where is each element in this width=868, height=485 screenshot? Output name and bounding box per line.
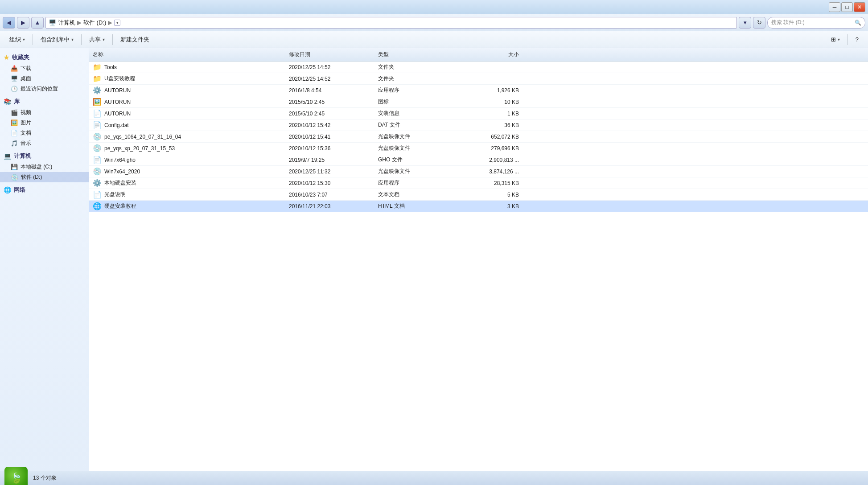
sidebar-item-recent[interactable]: 🕒 最近访问的位置: [0, 84, 89, 94]
share-dropdown-icon: ▾: [103, 37, 105, 42]
file-name: Config.dat: [104, 122, 129, 128]
sidebar-item-music[interactable]: 🎵 音乐: [0, 138, 89, 148]
file-name-cell: 💿 pe_yqs_xp_20_07_31_15_53: [89, 144, 285, 152]
file-size-cell: 3 KB: [455, 203, 526, 210]
sidebar: ★ 收藏夹 📥 下载 🖥️ 桌面 🕒 最近访问的位置 📚 库: [0, 48, 89, 471]
table-row[interactable]: 🖼️ AUTORUN 2015/5/10 2:45 图标 10 KB: [89, 96, 868, 108]
breadcrumb-dropdown[interactable]: ▾: [114, 20, 120, 26]
breadcrumb-item-computer[interactable]: 计算机: [58, 19, 75, 27]
table-row[interactable]: 📄 光盘说明 2016/10/23 7:07 文本文档 5 KB: [89, 189, 868, 201]
new-folder-label: 新建文件夹: [120, 36, 149, 44]
file-type-cell: 文件夹: [374, 63, 455, 71]
sidebar-item-docs[interactable]: 📄 文档: [0, 128, 89, 138]
table-row[interactable]: 📁 Tools 2020/12/25 14:52 文件夹: [89, 62, 868, 73]
sidebar-item-software-d[interactable]: 💿 软件 (D:): [0, 172, 89, 182]
toolbar: 组织 ▾ 包含到库中 ▾ 共享 ▾ 新建文件夹 ⊞ ▾ ?: [0, 31, 868, 48]
refresh-button[interactable]: ↻: [753, 17, 765, 29]
back-button[interactable]: ◀: [3, 17, 15, 29]
help-button[interactable]: ?: [851, 33, 864, 46]
sidebar-item-videos[interactable]: 🎬 视频: [0, 107, 89, 118]
organize-dropdown-icon: ▾: [23, 37, 25, 42]
sidebar-item-downloads[interactable]: 📥 下载: [0, 63, 89, 74]
help-icon: ?: [856, 36, 859, 43]
col-header-type[interactable]: 类型: [374, 50, 455, 59]
downloads-label: 下载: [21, 65, 31, 72]
table-row[interactable]: 💿 pe_yqs_xp_20_07_31_15_53 2020/10/12 15…: [89, 143, 868, 154]
sidebar-network-header[interactable]: 🌐 网络: [0, 184, 89, 196]
sidebar-library-header[interactable]: 📚 库: [0, 96, 89, 107]
file-date-cell: 2020/12/25 14:52: [285, 76, 374, 82]
up-button[interactable]: ▲: [31, 17, 44, 29]
sidebar-item-images[interactable]: 🖼️ 图片: [0, 118, 89, 128]
file-size-cell: 28,315 KB: [455, 180, 526, 186]
table-row[interactable]: ⚙️ AUTORUN 2016/1/8 4:54 应用程序 1,926 KB: [89, 85, 868, 96]
file-type-cell: 光盘映像文件: [374, 168, 455, 175]
file-icon: 📄: [93, 156, 102, 164]
include-library-button[interactable]: 包含到库中 ▾: [36, 33, 78, 46]
file-name-cell: 🌐 硬盘安装教程: [89, 202, 285, 210]
new-folder-button[interactable]: 新建文件夹: [115, 33, 154, 46]
share-label: 共享: [89, 36, 101, 44]
file-size-cell: 36 KB: [455, 122, 526, 128]
organize-button[interactable]: 组织 ▾: [4, 33, 30, 46]
file-list: 📁 Tools 2020/12/25 14:52 文件夹 📁 U盘安装教程 20…: [89, 62, 868, 212]
include-library-label: 包含到库中: [41, 36, 70, 44]
file-icon: 💿: [93, 144, 102, 152]
sidebar-item-desktop[interactable]: 🖥️ 桌面: [0, 74, 89, 84]
dropdown-arrow[interactable]: ▾: [739, 17, 751, 29]
favorites-icon: ★: [4, 54, 9, 61]
table-row[interactable]: 📁 U盘安装教程 2020/12/25 14:52 文件夹: [89, 73, 868, 85]
breadcrumb-item-drive[interactable]: 软件 (D:): [83, 19, 106, 27]
col-header-date[interactable]: 修改日期: [285, 50, 374, 59]
file-name: 本地硬盘安装: [104, 179, 136, 187]
table-row[interactable]: 📄 AUTORUN 2015/5/10 2:45 安装信息 1 KB: [89, 108, 868, 119]
software-d-icon: 💿: [11, 174, 18, 181]
toolbar-separator-4: [847, 34, 848, 45]
title-bar: ─ □ ✕: [0, 0, 868, 14]
main-container: ★ 收藏夹 📥 下载 🖥️ 桌面 🕒 最近访问的位置 📚 库: [0, 48, 868, 471]
sidebar-section-library: 📚 库 🎬 视频 🖼️ 图片 📄 文档 🎵 音乐: [0, 96, 89, 148]
table-row[interactable]: 🌐 硬盘安装教程 2016/11/21 22:03 HTML 文档 3 KB: [89, 201, 868, 212]
sidebar-favorites-header[interactable]: ★ 收藏夹: [0, 52, 89, 63]
sidebar-section-computer: 💻 计算机 💾 本地磁盘 (C:) 💿 软件 (D:): [0, 150, 89, 182]
file-icon: ⚙️: [93, 86, 102, 95]
file-date-cell: 2016/11/21 22:03: [285, 203, 374, 210]
computer-label: 计算机: [14, 152, 31, 160]
file-name: 硬盘安装教程: [104, 202, 136, 210]
table-row[interactable]: ⚙️ 本地硬盘安装 2020/10/12 15:30 应用程序 28,315 K…: [89, 177, 868, 189]
status-logo-icon: 🍃: [4, 467, 28, 485]
status-count-text: 13 个对象: [33, 474, 57, 482]
file-name-cell: 📁 U盘安装教程: [89, 74, 285, 83]
forward-button[interactable]: ▶: [17, 17, 29, 29]
sidebar-computer-header[interactable]: 💻 计算机: [0, 150, 89, 162]
file-name: Win7x64_2020: [104, 169, 140, 175]
table-row[interactable]: 💿 pe_yqs_1064_20_07_31_16_04 2020/10/12 …: [89, 131, 868, 143]
breadcrumb-bar[interactable]: 🖥️ 计算机 ▶ 软件 (D:) ▶ ▾: [45, 17, 737, 29]
view-button[interactable]: ⊞ ▾: [826, 33, 845, 46]
table-row[interactable]: 📄 Win7x64.gho 2019/9/7 19:25 GHO 文件 2,90…: [89, 154, 868, 166]
file-name-cell: 📄 光盘说明: [89, 190, 285, 199]
maximize-button[interactable]: □: [841, 2, 853, 12]
col-header-size[interactable]: 大小: [455, 50, 526, 59]
share-button[interactable]: 共享 ▾: [84, 33, 110, 46]
file-date-cell: 2020/10/12 15:36: [285, 145, 374, 152]
close-button[interactable]: ✕: [854, 2, 865, 12]
file-icon: 📄: [93, 190, 102, 199]
file-type-cell: 图标: [374, 98, 455, 106]
col-header-name[interactable]: 名称: [89, 50, 285, 59]
file-icon: 📁: [93, 63, 102, 71]
search-bar[interactable]: 搜索 软件 (D:) 🔍: [767, 17, 865, 29]
minimize-button[interactable]: ─: [829, 2, 840, 12]
file-icon: 📄: [93, 121, 102, 129]
sidebar-item-local-c[interactable]: 💾 本地磁盘 (C:): [0, 162, 89, 172]
file-name: Win7x64.gho: [104, 157, 136, 163]
file-name: 光盘说明: [104, 191, 126, 198]
file-date-cell: 2020/12/25 14:52: [285, 64, 374, 70]
file-name: U盘安装教程: [104, 75, 135, 82]
search-placeholder-text: 搜索 软件 (D:): [771, 19, 805, 26]
images-icon: 🖼️: [11, 119, 18, 126]
file-date-cell: 2015/5/10 2:45: [285, 99, 374, 105]
table-row[interactable]: 📄 Config.dat 2020/10/12 15:42 DAT 文件 36 …: [89, 119, 868, 131]
images-label: 图片: [21, 119, 31, 127]
table-row[interactable]: 💿 Win7x64_2020 2020/12/25 11:32 光盘映像文件 3…: [89, 166, 868, 177]
